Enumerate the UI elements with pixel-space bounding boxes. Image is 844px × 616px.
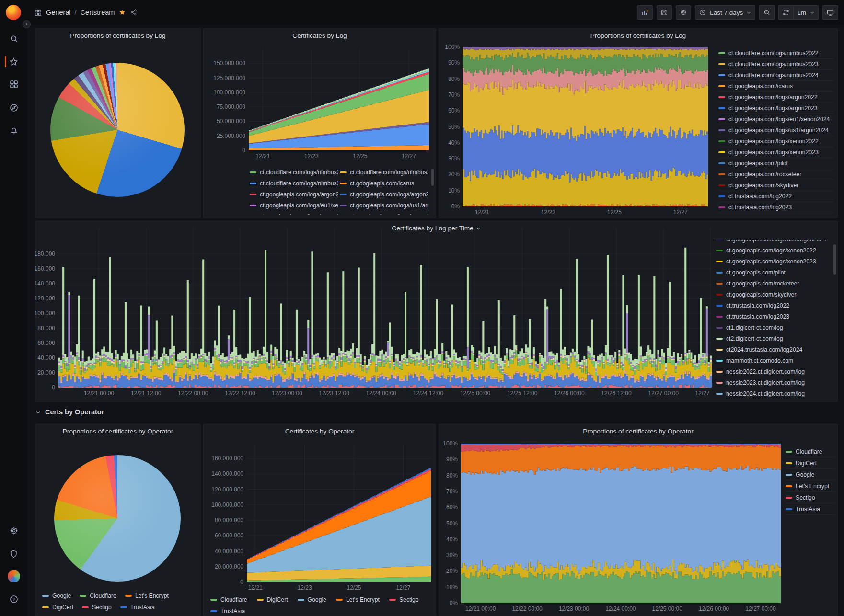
panel-title[interactable]: Proportions of certificates by Operator [35,428,200,435]
legend-item[interactable]: ct.googleapis.com/logs/argon2022 [718,92,833,103]
legend-item[interactable]: ct.trustasia.com/log2023 [718,202,833,213]
legend-item[interactable]: ct2.digicert-ct.com/log [716,333,834,344]
legend-item[interactable]: Sectigo [82,602,112,613]
add-panel-button[interactable] [637,5,653,20]
pie-chart-certificates-by-operator[interactable] [54,455,181,582]
legend-item[interactable]: ct1.digicert-ct.com/log [718,213,833,215]
starred-dashboards-icon[interactable] [5,53,23,71]
legend-item[interactable]: Cloudflare [210,594,247,605]
breadcrumb-folder[interactable]: General [46,9,71,16]
legend-item[interactable]: ct.googleapis.com/logs/xenon2023 [340,211,428,215]
panel-title[interactable]: Certificates by Log [204,32,436,39]
dashboard-settings-button[interactable] [676,5,691,20]
legend-item[interactable]: ct.cloudflare.com/logs/nimbus2022 [718,48,833,59]
panel-title[interactable]: Certificates by Operator [204,428,436,435]
legend-item[interactable]: ct.cloudflare.com/logs/nimbus2023 [718,59,833,70]
legend-item[interactable]: ct.googleapis.com/logs/xenon2022 [716,245,834,256]
breadcrumb-dashboard[interactable]: Certstream [81,9,115,16]
legend-item[interactable]: nessie2023.ct.digicert.com/log [716,377,834,388]
legend-item[interactable]: Google [786,469,835,480]
legend-item[interactable]: Google [42,590,71,601]
explore-compass-icon[interactable] [5,99,23,117]
legend-scrollbar[interactable] [431,169,434,186]
alerting-bell-icon[interactable] [5,122,23,140]
user-avatar[interactable] [5,567,23,585]
legend-item[interactable]: ct.trustasia.com/log2022 [718,191,833,202]
legend-item[interactable]: DigiCert [42,602,73,613]
legend-item[interactable]: ct.googleapis.com/pilot [716,267,834,278]
legend-item[interactable]: Let's Encrypt [786,480,835,492]
pie-chart-certificates-by-log[interactable] [50,63,185,197]
refresh-interval-dropdown[interactable]: 1m [794,5,819,20]
legend-item[interactable]: Cloudflare [80,590,116,601]
legend-item[interactable]: ct.googleapis.com/logs/argon2023 [340,189,428,200]
stacked-area-certificates-by-operator[interactable] [247,445,431,582]
legend-item[interactable]: Google [298,594,326,605]
legend-item[interactable]: ct.cloudflare.com/logs/nimbus2023 [340,167,428,178]
time-range-picker[interactable]: Last 7 days [695,5,755,20]
legend-item[interactable]: ct.googleapis.com/logs/us1/argon2024 [718,125,833,136]
legend-item[interactable]: ct.cloudflare.com/logs/nimbus2022 [250,167,338,178]
legend-item[interactable]: ct.cloudflare.com/logs/nimbus2024 [718,70,833,81]
legend-item[interactable]: ct.googleapis.com/logs/xenon2023 [716,256,834,267]
admin-shield-icon[interactable] [5,545,23,563]
legend-item[interactable]: ct.googleapis.com/logs/us1/argon2024 [716,240,834,245]
sidebar-expand-button[interactable]: › [23,20,31,28]
save-dashboard-button[interactable] [657,5,672,20]
stacked-area-certificates-by-log[interactable] [249,49,429,150]
legend-item[interactable]: ct.googleapis.com/skydiver [716,289,834,300]
legend-item[interactable]: Sectigo [786,492,835,503]
legend-scrollbar[interactable] [833,244,836,275]
legend-item[interactable]: ct.googleapis.com/rocketeer [718,169,833,180]
legend-item[interactable]: Let's Encrypt [125,590,169,601]
share-icon[interactable] [130,9,138,16]
legend-item[interactable]: ct.googleapis.com/logs/xenon2022 [250,211,338,215]
legend-item[interactable]: ct1.digicert-ct.com/log [716,322,834,333]
kiosk-tv-button[interactable] [822,5,838,20]
legend-item[interactable]: TrustAsia [786,503,835,515]
legend-label: ct.trustasia.com/log2023 [728,204,792,211]
legend-item[interactable]: ct.googleapis.com/skydiver [718,180,833,191]
legend-item[interactable]: TrustAsia [210,605,245,616]
percent-stacked-area-by-operator[interactable] [461,444,781,603]
grafana-logo-icon[interactable] [6,5,21,20]
panel-title[interactable]: Proportions of certificates by Operator [439,428,837,435]
legend-item[interactable]: ct.googleapis.com/icarus [718,81,833,92]
legend-item[interactable]: ct.trustasia.com/log2022 [716,300,834,311]
percent-stacked-area-by-log[interactable] [463,47,708,206]
panel-title[interactable]: Proportions of certificates by Log [439,32,837,39]
legend-item[interactable]: TrustAsia [120,602,155,613]
legend-item[interactable]: ct.googleapis.com/logs/eu1/xenon2024 [250,200,338,211]
legend-item[interactable]: ct.googleapis.com/rocketeer [716,278,834,289]
legend-item[interactable]: ct.googleapis.com/logs/eu1/xenon2024 [718,114,833,125]
legend-item[interactable]: nessie2022.ct.digicert.com/log [716,366,834,377]
row-header-certs-by-operator[interactable]: Certs by Operator [35,405,104,419]
legend-item[interactable]: ct.googleapis.com/logs/us1/argon2024 [340,200,428,211]
legend-item[interactable]: ct.googleapis.com/pilot [718,158,833,169]
legend-item[interactable]: DigiCert [786,457,835,469]
refresh-button[interactable] [778,5,794,20]
legend-item[interactable]: ct.cloudflare.com/logs/nimbus2024 [250,178,338,189]
legend-item[interactable]: nessie2024.ct.digicert.com/log [716,388,834,398]
legend-item[interactable]: ct.googleapis.com/logs/argon2023 [718,103,833,114]
stacked-bars-certificates-per-time[interactable] [58,228,712,388]
legend-item[interactable]: ct.googleapis.com/logs/xenon2023 [718,147,833,158]
dashboards-icon[interactable] [5,75,23,93]
legend-item[interactable]: mammoth.ct.comodo.com [716,355,834,366]
settings-gear-icon[interactable] [5,522,23,540]
search-icon[interactable] [5,30,23,48]
legend-item[interactable]: Sectigo [389,594,419,605]
legend-item[interactable]: Cloudflare [786,446,835,457]
legend-item[interactable]: ct.googleapis.com/icarus [340,178,428,189]
star-filled-icon[interactable] [118,9,126,16]
legend-item[interactable]: DigiCert [257,594,288,605]
panel-title[interactable]: Proportions of certificates by Log [35,32,200,39]
help-icon[interactable]: ? [5,590,23,608]
zoom-out-button[interactable] [759,5,775,20]
legend-item[interactable]: ct2024.trustasia.com/log2024 [716,344,834,355]
legend-item[interactable]: ct.googleapis.com/logs/xenon2022 [718,136,833,147]
legend-item[interactable]: Let's Encrypt [336,594,380,605]
panel-proportions-certificates-by-log-area: Proportions of certificates by Log 100%9… [439,28,838,218]
legend-item[interactable]: ct.trustasia.com/log2023 [716,311,834,322]
legend-item[interactable]: ct.googleapis.com/logs/argon2022 [250,189,338,200]
